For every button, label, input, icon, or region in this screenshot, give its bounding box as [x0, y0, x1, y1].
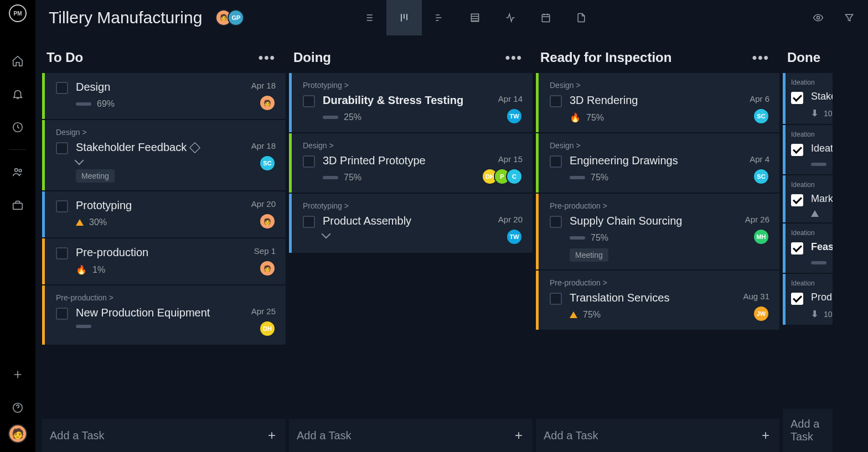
task-card[interactable]: IdeationMarke [783, 175, 833, 222]
plus-icon: + [268, 428, 276, 443]
task-card[interactable]: Pre-production >Supply Chain Sourcing75%… [536, 194, 779, 269]
calendar-view-icon[interactable] [528, 0, 564, 35]
task-checkbox[interactable] [56, 82, 68, 94]
briefcase-icon[interactable] [9, 196, 27, 214]
task-card[interactable]: Prototyping >Product AssemblyApr 20TW [289, 194, 533, 253]
column-title: Ready for Inspection [540, 50, 671, 65]
task-checkbox[interactable] [303, 95, 315, 107]
add-task-button[interactable]: Add a Task+ [289, 419, 533, 452]
flame-icon: 🔥 [76, 264, 87, 275]
task-card[interactable]: Pre-production🔥1%Sep 1🧑 [42, 238, 286, 284]
task-checkbox[interactable] [791, 194, 803, 206]
task-card[interactable]: Prototyping30%Apr 20🧑 [42, 191, 286, 237]
task-checkbox[interactable] [550, 95, 562, 107]
task-card[interactable]: Design >3D Rendering🔥75%Apr 6SC [536, 73, 779, 132]
board-view-icon[interactable] [386, 0, 422, 35]
add-task-button[interactable]: Add a Task+ [42, 419, 286, 452]
help-icon[interactable] [9, 399, 27, 417]
header-avatars[interactable]: 🧑GP [215, 9, 244, 26]
card-assignees[interactable]: 🧑 [259, 95, 276, 111]
card-due-date: Apr 18 [251, 141, 276, 150]
bell-icon[interactable] [9, 85, 27, 103]
card-progress: 100 [824, 109, 833, 118]
task-checkbox[interactable] [56, 142, 68, 154]
add-task-button[interactable]: Add a Task+ [536, 419, 779, 452]
card-breadcrumb: Ideation [791, 229, 829, 237]
task-card[interactable]: IdeationIdeatio100 [783, 125, 833, 174]
board-column: Ready for Inspection•••Design >3D Render… [536, 42, 779, 452]
file-view-icon[interactable] [564, 0, 599, 35]
clock-icon[interactable] [9, 118, 27, 136]
filter-icon[interactable] [844, 0, 855, 35]
people-icon[interactable] [9, 163, 27, 181]
card-due-date: Aug 31 [743, 292, 769, 301]
card-title: Design [76, 81, 244, 93]
home-icon[interactable] [9, 52, 27, 70]
task-checkbox[interactable] [303, 155, 315, 168]
add-task-button[interactable]: Add a Task [783, 409, 833, 452]
card-breadcrumb: Prototyping > [303, 201, 523, 210]
progress-bar-icon [323, 116, 338, 119]
column-title: Done [787, 50, 820, 65]
card-due-date: Apr 26 [745, 215, 769, 224]
card-due-date: Apr 20 [498, 215, 523, 224]
card-assignees[interactable]: SC [753, 108, 769, 124]
task-card[interactable]: IdeationProdu⬇100 [783, 274, 833, 325]
task-card[interactable]: IdeationFeasib100 [783, 224, 833, 273]
board-column: DoneIdeationStakeh⬇100IdeationIdeatio100… [783, 42, 833, 452]
card-assignees[interactable]: JW [753, 305, 769, 322]
card-assignees[interactable]: TW [506, 228, 523, 245]
card-progress: 69% [97, 99, 115, 109]
plus-icon[interactable] [9, 366, 27, 383]
column-menu-icon[interactable]: ••• [259, 50, 276, 65]
card-assignees[interactable]: SC [753, 168, 769, 185]
card-assignees[interactable]: DHPC [482, 168, 523, 185]
task-card[interactable]: IdeationStakeh⬇100 [783, 73, 833, 124]
card-assignees[interactable]: SC [259, 155, 276, 172]
card-title: Prototyping [76, 199, 244, 212]
task-checkbox[interactable] [791, 92, 803, 104]
sheet-view-icon[interactable] [457, 0, 493, 35]
task-card[interactable]: Pre-production >New Production Equipment… [42, 285, 286, 345]
task-card[interactable]: Design69%Apr 18🧑 [42, 73, 286, 119]
progress-bar-icon [570, 236, 585, 240]
chevron-down-icon[interactable] [75, 156, 84, 165]
current-user-avatar[interactable]: 🧑 [8, 424, 27, 443]
task-checkbox[interactable] [303, 216, 315, 228]
card-title: Stakeh [811, 91, 833, 102]
task-checkbox[interactable] [791, 144, 803, 156]
gantt-view-icon[interactable] [422, 0, 457, 35]
task-checkbox[interactable] [791, 293, 803, 305]
task-checkbox[interactable] [56, 200, 68, 212]
task-card[interactable]: Design >3D Printed Prototype75%Apr 15DHP… [289, 133, 533, 193]
card-progress: 75% [344, 173, 361, 183]
task-checkbox[interactable] [550, 155, 562, 168]
svg-point-7 [817, 16, 820, 19]
card-assignees[interactable]: MH [753, 228, 769, 245]
card-assignees[interactable]: DH [259, 320, 276, 337]
card-progress: 100 [832, 160, 833, 169]
card-assignees[interactable]: 🧑 [259, 213, 276, 230]
card-progress: 75% [583, 310, 601, 320]
task-card[interactable]: Prototyping >Durability & Stress Testing… [289, 73, 533, 132]
task-card[interactable]: Design >Engineering Drawings75%Apr 4SC [536, 133, 779, 193]
task-checkbox[interactable] [56, 247, 68, 259]
eye-icon[interactable] [813, 0, 824, 35]
app-logo[interactable]: PM [9, 4, 27, 22]
card-assignees[interactable]: 🧑 [259, 260, 276, 277]
column-menu-icon[interactable]: ••• [752, 50, 769, 65]
progress-bar-icon [811, 163, 826, 166]
card-assignees[interactable]: TW [506, 108, 523, 124]
task-checkbox[interactable] [56, 308, 68, 320]
chevron-down-icon[interactable] [322, 230, 331, 239]
task-checkbox[interactable] [791, 242, 803, 254]
task-card[interactable]: Pre-production >Translation Services75%A… [536, 271, 779, 330]
plus-icon: + [515, 428, 523, 443]
task-checkbox[interactable] [550, 216, 562, 228]
column-menu-icon[interactable]: ••• [505, 50, 523, 65]
task-card[interactable]: Design >Stakeholder Feedback MeetingApr … [42, 120, 286, 190]
activity-view-icon[interactable] [493, 0, 528, 35]
task-checkbox[interactable] [550, 293, 562, 305]
list-view-icon[interactable] [351, 0, 386, 35]
progress-bar-icon [76, 102, 91, 106]
